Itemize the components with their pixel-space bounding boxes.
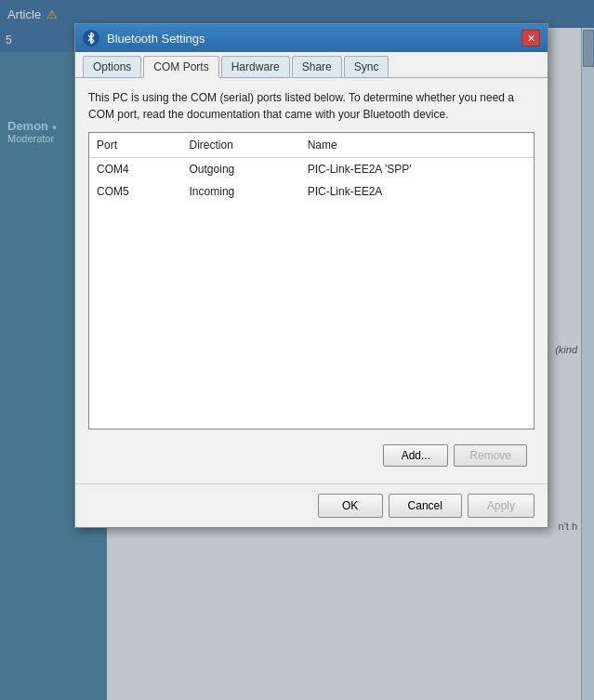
row2-name: PIC-Link-EE2A: [300, 180, 534, 203]
table-action-buttons: Add... Remove: [88, 439, 535, 472]
row2-direction: Incoming: [182, 180, 300, 203]
bluetooth-icon: [83, 30, 99, 46]
table-row[interactable]: COM4 Outgoing PIC-Link-EE2A 'SPP': [89, 158, 534, 181]
table-row[interactable]: COM5 Incoming PIC-Link-EE2A: [89, 180, 534, 203]
dialog-description: This PC is using the COM (serial) ports …: [88, 89, 535, 123]
col-header-direction: Direction: [182, 133, 300, 158]
com-ports-table-area: Port Direction Name COM4 Outgoing PIC-Li…: [88, 132, 535, 429]
row1-direction: Outgoing: [182, 158, 300, 181]
dialog-tab-bar: Options COM Ports Hardware Share Sync: [75, 52, 548, 78]
dialog-body: This PC is using the COM (serial) ports …: [75, 78, 548, 483]
col-header-port: Port: [89, 133, 182, 158]
col-header-name: Name: [300, 133, 534, 158]
tab-hardware[interactable]: Hardware: [221, 56, 290, 77]
dialog-title: Bluetooth Settings: [107, 32, 521, 46]
cancel-button[interactable]: Cancel: [389, 494, 462, 518]
dialog-close-button[interactable]: ✕: [521, 30, 540, 46]
bluetooth-settings-dialog: Bluetooth Settings ✕ Options COM Ports H…: [74, 23, 548, 528]
tab-share[interactable]: Share: [292, 56, 342, 77]
dialog-footer: OK Cancel Apply: [75, 483, 548, 527]
ok-button[interactable]: OK: [318, 494, 383, 518]
row2-port: COM5: [89, 180, 182, 203]
remove-button[interactable]: Remove: [454, 444, 527, 467]
tab-com-ports[interactable]: COM Ports: [143, 56, 218, 78]
tab-options[interactable]: Options: [83, 56, 141, 77]
row1-name: PIC-Link-EE2A 'SPP': [300, 158, 534, 181]
table-header-row: Port Direction Name: [89, 133, 534, 158]
add-button[interactable]: Add...: [383, 444, 448, 467]
row1-port: COM4: [89, 158, 182, 181]
dialog-titlebar: Bluetooth Settings ✕: [75, 24, 548, 52]
apply-button[interactable]: Apply: [468, 494, 535, 518]
tab-sync[interactable]: Sync: [344, 56, 389, 77]
com-ports-table: Port Direction Name COM4 Outgoing PIC-Li…: [89, 133, 534, 203]
